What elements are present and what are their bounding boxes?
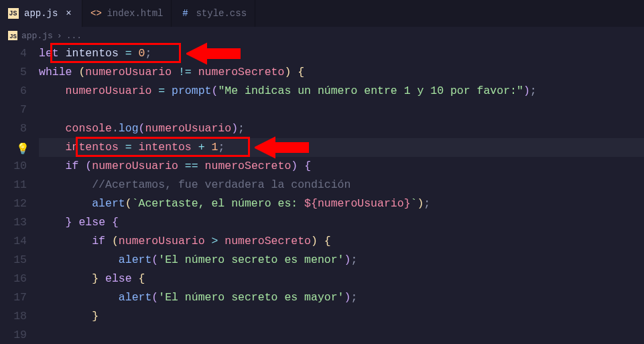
code-line[interactable]: if (numeroUsuario == numeroSecreto) {	[39, 157, 644, 176]
tab-index-html[interactable]: <> index.html	[82, 0, 172, 27]
line-gutter: 4 5 6 7 8 9 10 11 12 13 14 15 16 17 18 1…	[0, 44, 39, 344]
tab-label: index.html	[107, 8, 163, 19]
js-icon: JS	[8, 8, 19, 19]
code-line[interactable]: if (numeroUsuario > numeroSecreto) {	[39, 232, 644, 251]
code-line[interactable]: }	[39, 307, 644, 326]
chevron-right-icon: ›	[57, 31, 62, 41]
breadcrumb-file[interactable]: app.js	[21, 31, 53, 41]
code-line[interactable]: } else {	[39, 213, 644, 232]
code-line[interactable]: alert(`Acertaste, el número es: ${numero…	[39, 194, 644, 213]
tab-style-css[interactable]: # style.css	[172, 0, 255, 27]
js-icon: JS	[8, 31, 17, 40]
lightbulb-icon[interactable]: 💡	[16, 140, 29, 159]
code-line[interactable]: //Acertamos, fue verdadera la condición	[39, 176, 644, 194]
code-line[interactable]	[39, 101, 644, 119]
code-line[interactable]: while (numeroUsuario != numeroSecreto) {	[39, 63, 644, 82]
code-line[interactable]: intentos = intentos + 1;	[39, 138, 644, 157]
code-line[interactable]: } else {	[39, 270, 644, 288]
code-editor[interactable]: 4 5 6 7 8 9 10 11 12 13 14 15 16 17 18 1…	[0, 44, 644, 344]
code-line[interactable]: alert('El número secreto es menor');	[39, 251, 644, 270]
tab-app-js[interactable]: JS app.js ×	[0, 0, 82, 27]
css-icon: #	[180, 8, 190, 19]
code-line[interactable]: alert('El número secreto es mayor');	[39, 288, 644, 307]
tab-label: app.js	[24, 8, 58, 19]
code-line[interactable]: console.log(numeroUsuario);	[39, 119, 644, 138]
code-line[interactable]: numeroUsuario = prompt("Me indicas un nú…	[39, 82, 644, 101]
code-line[interactable]: let intentos = 0;	[39, 44, 644, 63]
tab-label: style.css	[196, 8, 247, 19]
breadcrumb: JS app.js › ...	[0, 27, 644, 44]
code-area[interactable]: let intentos = 0; while (numeroUsuario !…	[39, 44, 644, 344]
code-line[interactable]	[39, 326, 644, 344]
tab-bar: JS app.js × <> index.html # style.css	[0, 0, 644, 27]
html-icon: <>	[90, 8, 101, 19]
breadcrumb-symbol[interactable]: ...	[66, 31, 82, 41]
close-icon[interactable]: ×	[63, 8, 74, 19]
